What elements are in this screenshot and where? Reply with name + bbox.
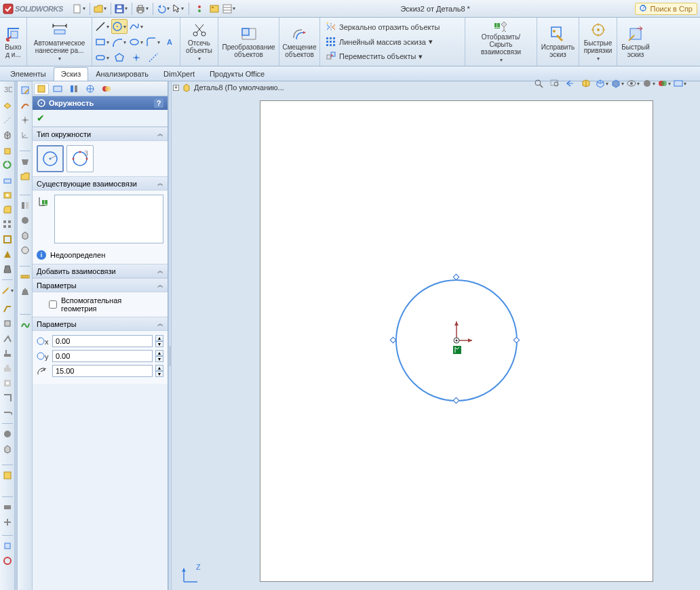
property-tab[interactable]	[50, 83, 65, 95]
flange-icon[interactable]	[1, 347, 14, 359]
circle-perimeter[interactable]: 3	[66, 145, 94, 172]
display-style-icon[interactable]: ▾	[610, 77, 624, 90]
pattern-icon[interactable]	[1, 218, 14, 231]
centerline-icon[interactable]	[145, 50, 161, 65]
axis-icon[interactable]	[1, 114, 14, 126]
cy-input[interactable]	[52, 350, 153, 362]
cx-input[interactable]	[52, 335, 153, 347]
misc3-icon[interactable]	[1, 469, 14, 481]
ok-button[interactable]: ✔	[37, 113, 45, 123]
r-up[interactable]: ▲	[155, 365, 163, 371]
folder-icon[interactable]	[19, 170, 31, 182]
extrude-icon[interactable]	[1, 144, 14, 156]
quick-snaps-button[interactable]: Быстрые привязки ▾	[582, 19, 615, 64]
exit-sketch-button[interactable]: Выхо д и...	[3, 19, 23, 64]
trim-button[interactable]: Отсечь объекты ▾	[184, 19, 214, 64]
misc1-icon[interactable]	[1, 428, 14, 440]
appearance-icon[interactable]	[19, 244, 31, 256]
surface-icon[interactable]	[19, 155, 31, 168]
spline-tool-icon[interactable]	[19, 319, 31, 331]
cx-up[interactable]: ▲	[155, 335, 163, 341]
slot-icon[interactable]: ▾	[94, 50, 111, 65]
open-file-icon[interactable]: ▾	[94, 2, 107, 16]
tab-evaluate[interactable]: Анализировать	[88, 67, 156, 81]
section-circle-type[interactable]: Тип окружности︽	[33, 127, 168, 141]
wand-icon[interactable]: ▾	[1, 284, 14, 296]
linear-pattern-button[interactable]: Линейный массив эскиза ▾	[324, 35, 434, 50]
tab-office[interactable]: Продукты Office	[202, 67, 272, 81]
cut-icon[interactable]	[1, 377, 14, 389]
display-tab[interactable]	[99, 83, 114, 95]
arc-icon[interactable]: ▾	[111, 35, 128, 50]
help-search[interactable]: ? Поиск в Спр	[635, 3, 697, 15]
pm-help-button[interactable]: ?	[154, 98, 163, 108]
breadcrumb[interactable]: Деталь8 (По умолчанию...	[194, 83, 284, 92]
misc5-icon[interactable]	[1, 516, 14, 528]
misc7-icon[interactable]	[1, 555, 14, 567]
section-view-icon[interactable]	[579, 77, 593, 90]
coord-icon[interactable]	[19, 129, 31, 141]
weld-icon[interactable]	[1, 332, 14, 345]
cx-down[interactable]: ▼	[155, 341, 163, 347]
material-icon[interactable]	[19, 214, 31, 227]
sketch-icon[interactable]	[19, 84, 31, 96]
orientation-icon[interactable]: ▾	[595, 77, 608, 90]
new-file-icon[interactable]: ▾	[73, 2, 86, 16]
tab-features[interactable]: Элементы	[3, 67, 54, 81]
radius-input[interactable]	[52, 365, 153, 377]
zoom-area-icon[interactable]	[548, 77, 562, 90]
config-tab[interactable]	[66, 83, 81, 95]
tab-dimxpert[interactable]: DimXpert	[156, 67, 202, 81]
tree-expand-icon[interactable]: +	[173, 85, 179, 91]
zoom-fit-icon[interactable]	[532, 77, 546, 90]
revolve-icon[interactable]	[1, 159, 14, 171]
section-add-relations[interactable]: Добавить взаимосвязи︽	[33, 264, 168, 278]
save-icon[interactable]: ▾	[115, 2, 128, 16]
repair-sketch-button[interactable]: Исправить эскиз	[539, 19, 577, 64]
ellipse-icon[interactable]: ▾	[128, 35, 144, 50]
prev-view-icon[interactable]	[564, 77, 577, 90]
print-icon[interactable]: ▾	[136, 2, 149, 16]
section-parameters[interactable]: Параметры︽	[33, 317, 168, 331]
relations-listbox[interactable]	[54, 195, 163, 243]
undo-icon[interactable]: ▾	[157, 2, 170, 16]
shell-icon[interactable]	[1, 233, 14, 245]
curve-icon[interactable]	[19, 99, 31, 111]
hole-icon[interactable]	[1, 189, 14, 201]
appearance-icon[interactable]: ▾	[642, 77, 655, 90]
feature-tree-tab[interactable]	[34, 83, 49, 95]
sketch-origin[interactable]	[446, 327, 467, 355]
mirror-entities-button[interactable]: Зеркально отразить объекты	[324, 20, 441, 35]
line-icon[interactable]: ▾	[94, 19, 111, 34]
corner-icon[interactable]	[1, 392, 14, 404]
graphics-area[interactable]: + Деталь8 (По умолчанию... ▾ ▾ ▾ ▾ ▾ ▾	[172, 81, 700, 590]
scene-icon[interactable]: ▾	[657, 77, 671, 90]
misc2-icon[interactable]	[1, 443, 14, 455]
misc4-icon[interactable]	[1, 501, 14, 513]
misc6-icon[interactable]	[1, 540, 14, 552]
spline-icon[interactable]: ▾	[128, 19, 144, 34]
render-icon[interactable]: ▾	[673, 77, 686, 90]
body-icon[interactable]	[19, 229, 31, 241]
circle-center-radius[interactable]	[37, 145, 64, 172]
rebuild-icon[interactable]	[193, 2, 206, 16]
dimxpert-tab[interactable]	[83, 83, 98, 95]
text-icon[interactable]: A	[162, 35, 178, 50]
convert-entities-button[interactable]: Преобразование объектов	[220, 19, 277, 64]
hide-show-icon[interactable]: ▾	[626, 77, 640, 90]
mass-icon[interactable]	[19, 286, 31, 298]
cy-down[interactable]: ▼	[155, 356, 163, 362]
draft-icon[interactable]	[1, 263, 14, 275]
move-entities-button[interactable]: Переместить объекты ▾	[324, 49, 424, 64]
offset-entities-button[interactable]: Смещение объектов	[281, 19, 319, 64]
rectangle-icon[interactable]: ▾	[94, 35, 111, 50]
feature-icon[interactable]	[1, 174, 14, 186]
polygon-icon[interactable]	[111, 50, 128, 65]
section-existing-relations[interactable]: Существующие взаимосвязи︽	[33, 176, 168, 191]
config-icon[interactable]	[19, 199, 31, 212]
hem-icon[interactable]	[1, 407, 14, 419]
r-down[interactable]: ▼	[155, 371, 163, 377]
tab-feat-icon[interactable]	[1, 362, 14, 374]
smart-dimension-button[interactable]: Автоматическое нанесение ра... ▾	[32, 19, 88, 64]
cube-icon[interactable]	[1, 129, 14, 141]
